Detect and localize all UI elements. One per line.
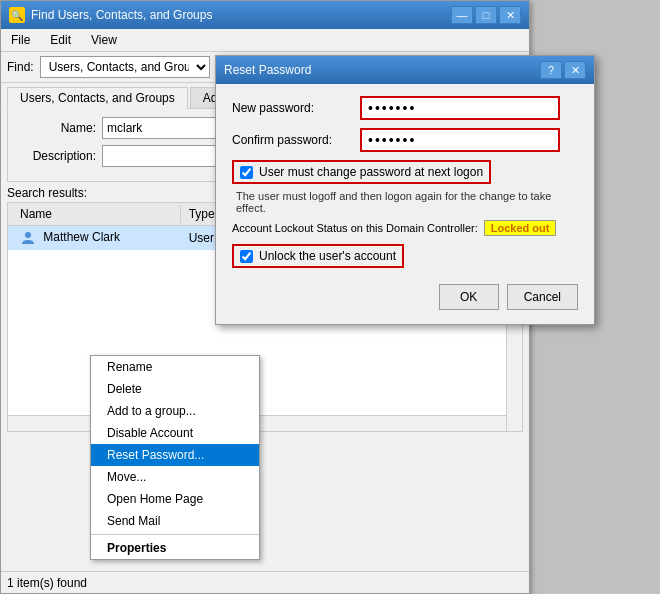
description-label: Description: — [16, 149, 96, 163]
context-move[interactable]: Move... — [91, 466, 259, 488]
reset-password-dialog: Reset Password ? ✕ New password: Confirm… — [215, 55, 595, 325]
dialog-help-button[interactable]: ? — [540, 61, 562, 79]
context-disable-account[interactable]: Disable Account — [91, 422, 259, 444]
dialog-close-button[interactable]: ✕ — [564, 61, 586, 79]
must-change-label: User must change password at next logon — [259, 165, 483, 179]
minimize-button[interactable]: — — [451, 6, 473, 24]
title-buttons: — □ ✕ — [451, 6, 521, 24]
title-bar-left: 🔍 Find Users, Contacts, and Groups — [9, 7, 212, 23]
context-properties[interactable]: Properties — [91, 537, 259, 559]
user-icon — [20, 230, 36, 246]
find-label: Find: — [7, 60, 34, 74]
context-open-home-page[interactable]: Open Home Page — [91, 488, 259, 510]
confirm-password-input[interactable] — [360, 128, 560, 152]
ok-button[interactable]: OK — [439, 284, 499, 310]
dialog-body: New password: Confirm password: User mus… — [216, 84, 594, 324]
dialog-buttons: OK Cancel — [232, 280, 578, 312]
context-menu: Rename Delete Add to a group... Disable … — [90, 355, 260, 560]
confirm-password-row: Confirm password: — [232, 128, 578, 152]
info-text: The user must logoff and then logon agai… — [232, 190, 578, 214]
cancel-button[interactable]: Cancel — [507, 284, 578, 310]
dialog-title-bar: Reset Password ? ✕ — [216, 56, 594, 84]
locked-badge: Locked out — [484, 220, 557, 236]
context-send-mail[interactable]: Send Mail — [91, 510, 259, 532]
unlock-checkbox[interactable] — [240, 250, 253, 263]
close-main-button[interactable]: ✕ — [499, 6, 521, 24]
tab-users-contacts-groups[interactable]: Users, Contacts, and Groups — [7, 87, 188, 109]
must-change-row: User must change password at next logon — [232, 160, 491, 184]
must-change-checkbox[interactable] — [240, 166, 253, 179]
name-label: Name: — [16, 121, 96, 135]
confirm-password-label: Confirm password: — [232, 133, 352, 147]
menu-view[interactable]: View — [85, 31, 123, 49]
dialog-title-buttons: ? ✕ — [540, 61, 586, 79]
context-separator — [91, 534, 259, 535]
new-password-label: New password: — [232, 101, 352, 115]
row-name: Matthew Clark — [12, 229, 181, 247]
context-add-to-group[interactable]: Add to a group... — [91, 400, 259, 422]
main-title-bar: 🔍 Find Users, Contacts, and Groups — □ ✕ — [1, 1, 529, 29]
context-delete[interactable]: Delete — [91, 378, 259, 400]
lockout-row: Account Lockout Status on this Domain Co… — [232, 220, 578, 236]
main-window-title: Find Users, Contacts, and Groups — [31, 8, 212, 22]
unlock-label: Unlock the user's account — [259, 249, 396, 263]
dialog-title: Reset Password — [224, 63, 311, 77]
new-password-input[interactable] — [360, 96, 560, 120]
unlock-row: Unlock the user's account — [232, 244, 404, 268]
status-bar: 1 item(s) found — [1, 571, 529, 593]
menu-bar: File Edit View — [1, 29, 529, 52]
status-text: 1 item(s) found — [7, 576, 87, 590]
menu-file[interactable]: File — [5, 31, 36, 49]
lockout-label: Account Lockout Status on this Domain Co… — [232, 222, 478, 234]
svg-point-0 — [25, 232, 31, 238]
context-reset-password[interactable]: Reset Password... — [91, 444, 259, 466]
context-rename[interactable]: Rename — [91, 356, 259, 378]
new-password-row: New password: — [232, 96, 578, 120]
col-name: Name — [12, 205, 181, 223]
app-icon: 🔍 — [9, 7, 25, 23]
maximize-button[interactable]: □ — [475, 6, 497, 24]
menu-edit[interactable]: Edit — [44, 31, 77, 49]
find-dropdown[interactable]: Users, Contacts, and Groups — [40, 56, 210, 78]
